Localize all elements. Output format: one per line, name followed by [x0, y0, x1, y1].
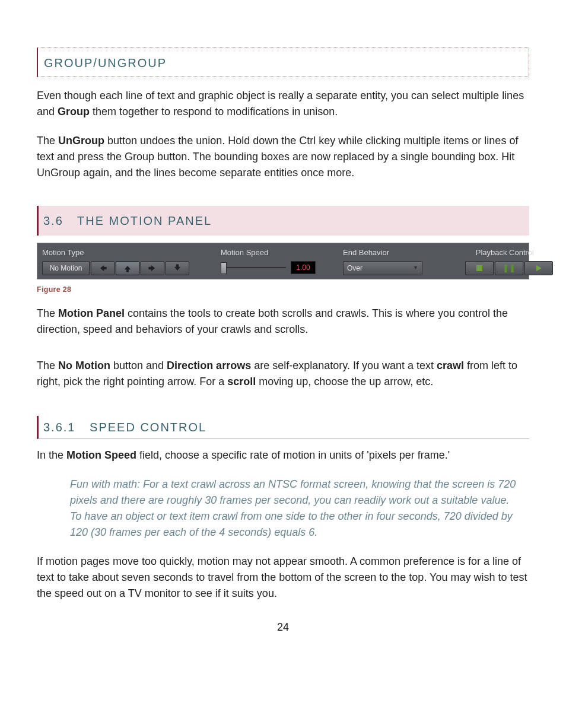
- motion-speed-slider[interactable]: [221, 261, 286, 274]
- group-paragraph-1: Even though each line of text and graphi…: [37, 88, 529, 120]
- stop-icon: [476, 265, 483, 272]
- end-behavior-group: End Behavior Over ▼: [338, 243, 460, 279]
- bold-no-motion: No Motion: [58, 360, 110, 371]
- play-icon: [535, 265, 542, 272]
- arrow-right-icon: [148, 264, 157, 272]
- end-behavior-label: End Behavior: [343, 247, 456, 259]
- subsection-title: SPEED CONTROL: [90, 421, 206, 434]
- subsection-heading: 3.6.1 SPEED CONTROL: [37, 416, 529, 439]
- bold-crawl: crawl: [437, 360, 464, 371]
- arrow-left-button[interactable]: [91, 261, 115, 275]
- end-behavior-value: Over: [347, 263, 363, 274]
- arrow-up-button[interactable]: [116, 261, 139, 275]
- group-paragraph-2: The UnGroup button undoes the union. Hol…: [37, 133, 529, 181]
- playback-control-label: Playback Control: [476, 247, 553, 259]
- slider-rail: [221, 267, 286, 268]
- subsection-number: 3.6.1: [43, 421, 85, 434]
- no-motion-button[interactable]: No Motion: [42, 261, 90, 275]
- play-button[interactable]: [524, 261, 553, 275]
- text: them together to respond to modification…: [90, 106, 338, 117]
- bold-direction-arrows: Direction arrows: [167, 360, 251, 371]
- pause-icon: ❚❚: [503, 262, 516, 274]
- text: In the: [37, 449, 66, 461]
- bold-ungroup: UnGroup: [58, 135, 104, 147]
- text: The: [37, 307, 58, 319]
- arrow-left-icon: [98, 264, 107, 272]
- text: The: [37, 135, 58, 147]
- arrow-up-icon: [123, 264, 132, 272]
- speed-paragraph: In the Motion Speed field, choose a spec…: [37, 447, 529, 463]
- motion-type-group: Motion Type No Motion: [37, 243, 216, 279]
- playback-group: Playback Control ❚❚: [460, 243, 558, 279]
- chevron-down-icon: ▼: [413, 264, 418, 272]
- no-motion-button-label: No Motion: [50, 263, 82, 274]
- stop-button[interactable]: [465, 261, 494, 275]
- text: The: [37, 360, 58, 371]
- motion-type-buttons: No Motion: [42, 261, 211, 275]
- arrow-down-button[interactable]: [166, 261, 189, 275]
- end-behavior-dropdown[interactable]: Over ▼: [343, 261, 422, 275]
- section-number: 3.6: [43, 214, 73, 227]
- pause-button[interactable]: ❚❚: [495, 261, 523, 275]
- tip-paragraph: Fun with math: For a text crawl across a…: [37, 476, 529, 541]
- text: moving up, choose the up arrow, etc.: [256, 376, 433, 387]
- closing-paragraph: If motion pages move too quickly, motion…: [37, 554, 529, 602]
- motion-panel-paragraph: The Motion Panel contains the tools to c…: [37, 306, 529, 338]
- text: field, choose a specific rate of motion …: [136, 449, 450, 461]
- section-heading: 3.6 THE MOTION PANEL: [37, 206, 529, 236]
- text: button undoes the union. Hold down the C…: [37, 135, 518, 179]
- svg-rect-0: [476, 265, 482, 271]
- motion-speed-label: Motion Speed: [221, 247, 333, 259]
- motion-speed-value[interactable]: 1.00: [291, 261, 316, 274]
- motion-panel-screenshot: Motion Type No Motion Motion Speed 1.0: [37, 243, 529, 279]
- bold-motion-panel: Motion Panel: [58, 307, 125, 319]
- motion-type-label: Motion Type: [42, 247, 211, 259]
- group-ungroup-heading: GROUP/UNGROUP: [44, 54, 525, 72]
- no-motion-paragraph: The No Motion button and Direction arrow…: [37, 358, 529, 390]
- group-ungroup-box: GROUP/UNGROUP: [37, 47, 529, 77]
- figure-caption: Figure 28: [37, 284, 529, 295]
- motion-speed-group: Motion Speed 1.00: [216, 243, 338, 279]
- arrow-right-button[interactable]: [141, 261, 164, 275]
- arrow-down-icon: [173, 264, 182, 272]
- bold-motion-speed: Motion Speed: [66, 449, 136, 461]
- slider-handle[interactable]: [221, 262, 227, 274]
- bold-group: Group: [58, 106, 90, 117]
- text: are self-explanatory. If you want a text: [251, 360, 437, 371]
- bold-scroll: scroll: [227, 376, 256, 387]
- text: button and: [110, 360, 167, 371]
- section-title: THE MOTION PANEL: [77, 214, 212, 227]
- page-number: 24: [37, 619, 529, 635]
